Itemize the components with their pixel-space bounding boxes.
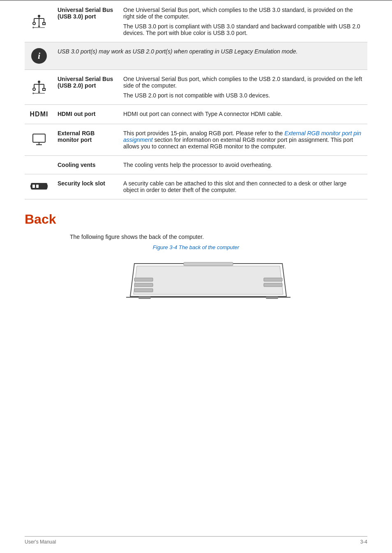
svg-rect-34	[134, 289, 153, 292]
rgb-desc: This port provides 15-pin, analog RGB po…	[119, 124, 367, 156]
rgb-desc-after: section for information on external RGB …	[123, 137, 353, 150]
rgb-label: External RGB monitor port	[53, 124, 119, 156]
laptop-back-svg	[122, 255, 295, 309]
usb20-icon-cell	[25, 70, 53, 105]
svg-rect-26	[30, 185, 32, 187]
svg-rect-36	[264, 283, 282, 287]
svg-rect-5	[43, 23, 45, 25]
usb-icon	[31, 14, 47, 28]
svg-rect-32	[134, 278, 153, 281]
usb30-desc-2: The USB 3.0 port is compliant with USB 3…	[123, 23, 363, 36]
usb20-icon	[31, 79, 47, 94]
usb30-desc: One Universal Serial Bus port, which com…	[119, 1, 367, 42]
svg-rect-31	[184, 262, 233, 266]
hdmi-desc: HDMI out port can connect with Type A co…	[119, 105, 367, 124]
monitor-icon	[31, 132, 47, 147]
svg-point-16	[38, 81, 40, 83]
security-icon-cell	[25, 174, 53, 199]
cooling-label: Cooling vents	[53, 156, 119, 174]
cooling-icon-cell	[25, 156, 53, 174]
note-row: i USB 3.0 port(s) may work as USB 2.0 po…	[25, 42, 367, 70]
svg-rect-35	[264, 278, 282, 281]
table-row: HDMI HDMI out port HDMI out port can con…	[25, 105, 367, 124]
back-title: Back	[25, 212, 367, 227]
usb30-desc-1: One Universal Serial Bus port, which com…	[123, 7, 363, 20]
svg-point-9	[32, 27, 34, 28]
figure-caption: Figure 3-4 The back of the computer	[25, 244, 367, 250]
security-lock-icon	[30, 182, 48, 191]
svg-point-6	[38, 15, 40, 17]
table-row: Universal Serial Bus (USB 3.0) port One …	[25, 1, 367, 42]
usb20-desc: One Universal Serial Bus port, which com…	[119, 70, 367, 105]
svg-point-4	[33, 22, 35, 25]
security-desc-1: A security cable can be attached to this…	[123, 180, 363, 193]
svg-rect-38	[138, 296, 151, 299]
svg-rect-39	[266, 296, 278, 299]
usb30-icon-cell	[25, 1, 53, 42]
security-desc: A security cable can be attached to this…	[119, 174, 367, 199]
table-row: External RGB monitor port This port prov…	[25, 124, 367, 156]
svg-rect-24	[32, 185, 35, 188]
back-section: Back The following figure shows the back…	[25, 212, 367, 309]
svg-point-14	[33, 88, 35, 90]
info-icon-cell: i	[25, 42, 53, 70]
rgb-icon-cell	[25, 124, 53, 156]
back-description: The following figure shows the back of t…	[25, 234, 367, 240]
svg-rect-25	[36, 185, 39, 188]
cooling-desc-1: The cooling vents help the processor to …	[123, 162, 363, 168]
svg-rect-15	[43, 88, 45, 90]
cooling-desc: The cooling vents help the processor to …	[119, 156, 367, 174]
hdmi-desc-1: HDMI out port can connect with Type A co…	[123, 111, 363, 117]
rgb-desc-1: This port provides 15-pin, analog RGB po…	[123, 130, 363, 150]
note-text: USB 3.0 port(s) may work as USB 2.0 port…	[53, 42, 367, 70]
table-row: Universal Serial Bus (USB 2.0) port One …	[25, 70, 367, 105]
footer-left: User's Manual	[25, 539, 56, 545]
hdmi-label: HDMI out port	[53, 105, 119, 124]
hdmi-icon-cell: HDMI	[25, 105, 53, 124]
svg-point-28	[45, 185, 47, 187]
hdmi-icon: HDMI	[30, 111, 48, 118]
svg-rect-20	[33, 134, 45, 142]
svg-marker-30	[134, 266, 283, 294]
computer-back-figure	[25, 255, 367, 309]
usb30-label: Universal Serial Bus (USB 3.0) port	[53, 1, 119, 42]
svg-rect-33	[134, 283, 153, 287]
usb20-desc-2: The USB 2.0 port is not compatible with …	[123, 92, 363, 99]
security-label: Security lock slot	[53, 174, 119, 199]
rgb-desc-plain: This port provides 15-pin, analog RGB po…	[123, 130, 284, 137]
usb20-desc-1: One Universal Serial Bus port, which com…	[123, 76, 363, 89]
table-row: Security lock slot A security cable can …	[25, 174, 367, 199]
table-row: Cooling vents The cooling vents help the…	[25, 156, 367, 174]
footer-right: 3-4	[360, 539, 367, 545]
info-icon: i	[31, 48, 47, 64]
usb20-label: Universal Serial Bus (USB 2.0) port	[53, 70, 119, 105]
svg-point-19	[32, 93, 34, 94]
spec-table: Universal Serial Bus (USB 3.0) port One …	[25, 1, 367, 199]
page-footer: User's Manual 3-4	[25, 536, 367, 545]
